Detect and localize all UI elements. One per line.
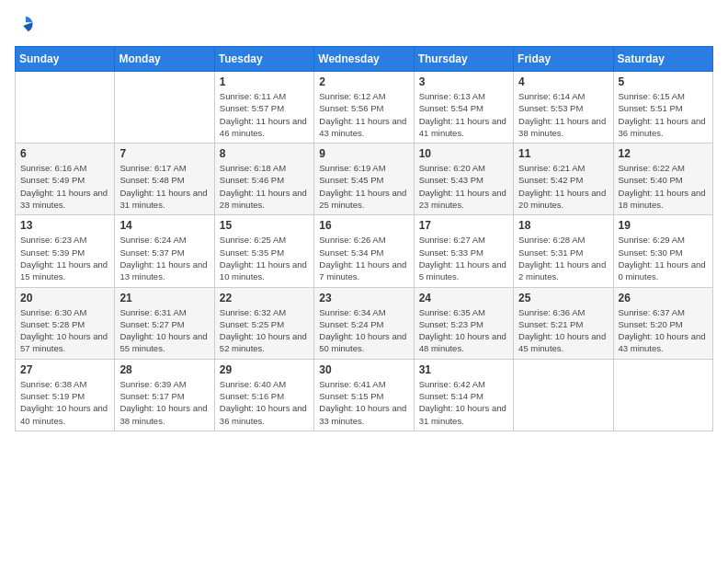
day-info: Sunrise: 6:36 AMSunset: 5:21 PMDaylight:… <box>518 306 608 355</box>
calendar-day-cell: 20Sunrise: 6:30 AMSunset: 5:28 PMDayligh… <box>16 287 115 359</box>
weekday-header-cell: Thursday <box>414 47 513 72</box>
calendar-day-cell: 26Sunrise: 6:37 AMSunset: 5:20 PMDayligh… <box>613 287 712 359</box>
day-info: Sunrise: 6:28 AMSunset: 5:31 PMDaylight:… <box>518 234 608 282</box>
day-info: Sunrise: 6:31 AMSunset: 5:27 PMDaylight:… <box>119 306 209 355</box>
day-number: 23 <box>319 292 408 304</box>
calendar-day-cell: 19Sunrise: 6:29 AMSunset: 5:30 PMDayligh… <box>613 215 712 287</box>
logo-icon <box>15 15 35 35</box>
day-number: 19 <box>619 219 708 232</box>
day-info: Sunrise: 6:37 AMSunset: 5:20 PMDaylight:… <box>619 306 708 355</box>
day-number: 30 <box>319 363 408 376</box>
day-info: Sunrise: 6:29 AMSunset: 5:30 PMDaylight:… <box>619 234 708 282</box>
day-number: 21 <box>119 292 209 304</box>
weekday-header-cell: Tuesday <box>214 47 313 72</box>
calendar-day-cell: 22Sunrise: 6:32 AMSunset: 5:25 PMDayligh… <box>214 287 313 359</box>
day-info: Sunrise: 6:15 AMSunset: 5:51 PMDaylight:… <box>619 90 708 139</box>
day-info: Sunrise: 6:25 AMSunset: 5:35 PMDaylight:… <box>220 234 309 282</box>
day-number: 28 <box>119 363 209 376</box>
calendar-day-cell: 12Sunrise: 6:22 AMSunset: 5:40 PMDayligh… <box>613 144 712 215</box>
day-info: Sunrise: 6:35 AMSunset: 5:23 PMDaylight:… <box>419 306 508 355</box>
day-number: 29 <box>220 363 309 376</box>
day-info: Sunrise: 6:38 AMSunset: 5:19 PMDaylight:… <box>20 378 109 427</box>
calendar-day-cell: 30Sunrise: 6:41 AMSunset: 5:15 PMDayligh… <box>314 359 414 431</box>
day-info: Sunrise: 6:16 AMSunset: 5:49 PMDaylight:… <box>20 162 109 211</box>
calendar-day-cell: 8Sunrise: 6:18 AMSunset: 5:46 PMDaylight… <box>214 144 313 215</box>
day-number: 27 <box>20 363 109 376</box>
day-number: 6 <box>20 147 109 160</box>
header <box>15 15 713 35</box>
calendar-day-cell: 25Sunrise: 6:36 AMSunset: 5:21 PMDayligh… <box>514 287 613 359</box>
day-number: 22 <box>220 292 309 304</box>
calendar-day-cell: 27Sunrise: 6:38 AMSunset: 5:19 PMDayligh… <box>16 359 115 431</box>
calendar-day-cell <box>613 359 712 431</box>
calendar-day-cell: 11Sunrise: 6:21 AMSunset: 5:42 PMDayligh… <box>514 144 613 215</box>
calendar-table: SundayMondayTuesdayWednesdayThursdayFrid… <box>15 46 713 431</box>
calendar-day-cell: 28Sunrise: 6:39 AMSunset: 5:17 PMDayligh… <box>115 359 214 431</box>
day-number: 12 <box>619 147 708 160</box>
day-number: 8 <box>220 147 309 160</box>
day-info: Sunrise: 6:42 AMSunset: 5:14 PMDaylight:… <box>419 378 508 427</box>
calendar-day-cell: 7Sunrise: 6:17 AMSunset: 5:48 PMDaylight… <box>115 144 214 215</box>
day-info: Sunrise: 6:27 AMSunset: 5:33 PMDaylight:… <box>419 234 508 282</box>
calendar-day-cell <box>16 72 115 144</box>
calendar-day-cell: 31Sunrise: 6:42 AMSunset: 5:14 PMDayligh… <box>414 359 513 431</box>
day-info: Sunrise: 6:32 AMSunset: 5:25 PMDaylight:… <box>220 306 309 355</box>
day-info: Sunrise: 6:26 AMSunset: 5:34 PMDaylight:… <box>319 234 408 282</box>
day-info: Sunrise: 6:11 AMSunset: 5:57 PMDaylight:… <box>220 90 309 139</box>
calendar-day-cell: 16Sunrise: 6:26 AMSunset: 5:34 PMDayligh… <box>314 215 414 287</box>
calendar-day-cell: 4Sunrise: 6:14 AMSunset: 5:53 PMDaylight… <box>514 72 613 144</box>
day-number: 31 <box>419 363 508 376</box>
day-info: Sunrise: 6:14 AMSunset: 5:53 PMDaylight:… <box>518 90 608 139</box>
calendar-day-cell: 6Sunrise: 6:16 AMSunset: 5:49 PMDaylight… <box>16 144 115 215</box>
calendar-day-cell: 5Sunrise: 6:15 AMSunset: 5:51 PMDaylight… <box>613 72 712 144</box>
day-info: Sunrise: 6:24 AMSunset: 5:37 PMDaylight:… <box>119 234 209 282</box>
calendar-week-row: 6Sunrise: 6:16 AMSunset: 5:49 PMDaylight… <box>16 144 713 215</box>
day-info: Sunrise: 6:23 AMSunset: 5:39 PMDaylight:… <box>20 234 109 282</box>
calendar-day-cell <box>514 359 613 431</box>
logo <box>15 15 35 35</box>
day-number: 15 <box>220 219 309 232</box>
day-number: 4 <box>518 75 608 88</box>
day-number: 25 <box>518 292 608 304</box>
day-info: Sunrise: 6:18 AMSunset: 5:46 PMDaylight:… <box>220 162 309 211</box>
day-info: Sunrise: 6:34 AMSunset: 5:24 PMDaylight:… <box>319 306 408 355</box>
calendar-day-cell: 18Sunrise: 6:28 AMSunset: 5:31 PMDayligh… <box>514 215 613 287</box>
calendar-week-row: 13Sunrise: 6:23 AMSunset: 5:39 PMDayligh… <box>16 215 713 287</box>
day-info: Sunrise: 6:40 AMSunset: 5:16 PMDaylight:… <box>220 378 309 427</box>
calendar-day-cell: 17Sunrise: 6:27 AMSunset: 5:33 PMDayligh… <box>414 215 513 287</box>
calendar-day-cell: 10Sunrise: 6:20 AMSunset: 5:43 PMDayligh… <box>414 144 513 215</box>
calendar-week-row: 20Sunrise: 6:30 AMSunset: 5:28 PMDayligh… <box>16 287 713 359</box>
calendar-day-cell: 14Sunrise: 6:24 AMSunset: 5:37 PMDayligh… <box>115 215 214 287</box>
day-number: 24 <box>419 292 508 304</box>
calendar-week-row: 27Sunrise: 6:38 AMSunset: 5:19 PMDayligh… <box>16 359 713 431</box>
day-number: 16 <box>319 219 408 232</box>
day-info: Sunrise: 6:20 AMSunset: 5:43 PMDaylight:… <box>419 162 508 211</box>
day-number: 2 <box>319 75 408 88</box>
calendar-day-cell: 24Sunrise: 6:35 AMSunset: 5:23 PMDayligh… <box>414 287 513 359</box>
calendar-day-cell: 15Sunrise: 6:25 AMSunset: 5:35 PMDayligh… <box>214 215 313 287</box>
calendar-week-row: 1Sunrise: 6:11 AMSunset: 5:57 PMDaylight… <box>16 72 713 144</box>
calendar-day-cell: 1Sunrise: 6:11 AMSunset: 5:57 PMDaylight… <box>214 72 313 144</box>
day-info: Sunrise: 6:30 AMSunset: 5:28 PMDaylight:… <box>20 306 109 355</box>
calendar-body: 1Sunrise: 6:11 AMSunset: 5:57 PMDaylight… <box>16 72 713 431</box>
day-info: Sunrise: 6:13 AMSunset: 5:54 PMDaylight:… <box>419 90 508 139</box>
day-number: 14 <box>119 219 209 232</box>
calendar-day-cell: 3Sunrise: 6:13 AMSunset: 5:54 PMDaylight… <box>414 72 513 144</box>
weekday-header-cell: Wednesday <box>314 47 414 72</box>
day-info: Sunrise: 6:17 AMSunset: 5:48 PMDaylight:… <box>119 162 209 211</box>
calendar-day-cell: 29Sunrise: 6:40 AMSunset: 5:16 PMDayligh… <box>214 359 313 431</box>
weekday-header-cell: Sunday <box>16 47 115 72</box>
weekday-header-row: SundayMondayTuesdayWednesdayThursdayFrid… <box>16 47 713 72</box>
day-number: 7 <box>119 147 209 160</box>
day-info: Sunrise: 6:21 AMSunset: 5:42 PMDaylight:… <box>518 162 608 211</box>
day-info: Sunrise: 6:39 AMSunset: 5:17 PMDaylight:… <box>119 378 209 427</box>
day-info: Sunrise: 6:22 AMSunset: 5:40 PMDaylight:… <box>619 162 708 211</box>
weekday-header-cell: Monday <box>115 47 214 72</box>
day-number: 11 <box>518 147 608 160</box>
calendar-day-cell: 13Sunrise: 6:23 AMSunset: 5:39 PMDayligh… <box>16 215 115 287</box>
weekday-header-cell: Saturday <box>613 47 712 72</box>
day-number: 10 <box>419 147 508 160</box>
calendar-day-cell: 9Sunrise: 6:19 AMSunset: 5:45 PMDaylight… <box>314 144 414 215</box>
day-info: Sunrise: 6:12 AMSunset: 5:56 PMDaylight:… <box>319 90 408 139</box>
weekday-header-cell: Friday <box>514 47 613 72</box>
